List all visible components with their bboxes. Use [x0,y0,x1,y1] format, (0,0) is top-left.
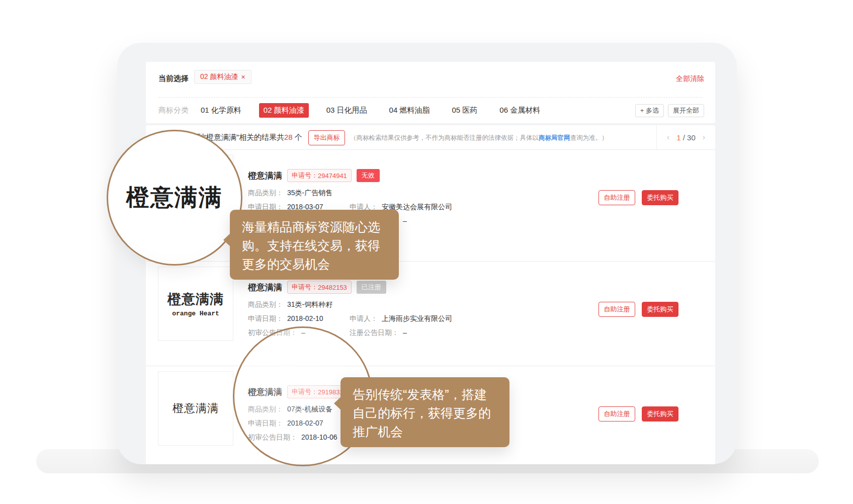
appno-label-2: 申请号： [292,283,318,292]
field-value: 2018-10-06 [301,433,337,441]
results-count: 28 [284,133,293,141]
result-title-3[interactable]: 橙意满满 [248,386,282,398]
tooltip-marketplace: 海量精品商标资源随心选 购。支持在线交易，获得 更多的交易机会 [230,210,399,280]
field-label: 初审公告日期： [248,433,297,441]
self-register-button-1[interactable]: 自助注册 [599,190,635,205]
field-value: – [403,217,407,225]
field-label: 商品类别： [248,405,283,413]
clear-all-link[interactable]: 全部清除 [676,74,704,83]
row-actions-1: 自助注册 委托购买 [599,190,678,205]
field-label: 初审公告日期： [248,328,297,337]
pagination: ‹ 1 / 30 › [657,125,715,149]
tooltip-promotion: 告别传统“发表格”，搭建 自己的标行，获得更多的 推广机会 [340,377,509,447]
self-register-button-2[interactable]: 自助注册 [599,302,635,317]
self-register-button-3[interactable]: 自助注册 [599,406,635,422]
page-separator: / [683,133,685,142]
tooltip-line: 自己的标行，获得更多的 [353,404,497,423]
appno-value-2: 29482153 [318,284,347,291]
category-tab-02-active[interactable]: 02 颜料油漆 [259,103,309,118]
tooltip-arrow-icon [326,395,343,411]
tooltip-line: 海量精品商标资源随心选 [242,218,387,236]
tooltip-line: 告别传统“发表格”，搭建 [353,385,497,404]
category-tab-04[interactable]: 04 燃料油脂 [385,103,435,118]
row-actions-2: 自助注册 委托购买 [599,302,678,317]
field-label: 商品类别： [248,189,283,197]
results-summary: 为您检索到“橙意满满”相关的结果共28 个 [166,133,302,142]
current-selection-label: 当前选择 [158,74,189,83]
page: 当前选择 02 颜料油漆 × 全部清除 商标分类 01 化学原料 02 颜料油漆… [0,0,853,504]
results-summary-text: 为您检索到“橙意满满”相关的结果共 [166,133,284,141]
export-trademark-button[interactable]: 导出商标 [308,130,345,145]
entrust-buy-button-2[interactable]: 委托购买 [642,302,678,317]
field-label: 商品类别： [248,300,283,308]
result-title-2[interactable]: 橙意满满 [248,282,282,293]
category-tabs: 01 化学原料 02 颜料油漆 03 日化用品 04 燃料油脂 05 医药 06… [196,103,545,118]
category-tab-05[interactable]: 05 医药 [447,103,482,118]
status-badge-registered-2: 已注册 [357,281,386,294]
selected-filter-tag-text: 02 颜料油漆 [200,72,238,81]
application-number-tag-2: 申请号：29482153 [287,281,352,294]
selected-filter-tag[interactable]: 02 颜料油漆 × [194,70,251,84]
trademark-image-2: 橙意满满 orange Heart [158,267,233,341]
expand-all-button[interactable]: 展开全部 [668,104,704,117]
trademark-office-link[interactable]: 商标局官网 [539,134,570,141]
disclaimer-text: （商标检索结果仅供参考，不作为商标能否注册的法律依据；具体以商标局官网查询为准。… [350,134,608,142]
current-page: 1 [676,133,680,142]
category-actions: + 多选 展开全部 [635,104,704,117]
trademark-image-3: 橙意满满 [158,371,233,446]
next-page-icon[interactable]: › [703,133,705,142]
field-value: – [403,328,407,337]
application-number-tag-1: 申请号：29474941 [287,169,352,182]
field-label: 申请人： [350,314,378,322]
trademark-text-3: 橙意满满 [173,401,219,416]
field-value: 2018-02-10 [287,314,323,322]
appno-value-1: 29474941 [318,172,347,180]
field-value: 上海雨步实业有限公司 [382,314,452,322]
multi-select-button[interactable]: + 多选 [635,104,664,117]
field-label: 注册公告日期： [350,328,399,337]
category-label: 商标分类 [158,106,189,115]
field-value: 31类-饲料种籽 [287,300,332,308]
field-label: 申请日期： [248,419,283,427]
trademark-text-2: 橙意满满 [167,290,224,308]
result-title-1[interactable]: 橙意满满 [248,170,282,182]
result-content-2: 橙意满满 申请号：29482153 已注册 商品类别：31类-饲料种籽 申请日期… [248,281,560,343]
category-row: 商标分类 01 化学原料 02 颜料油漆 03 日化用品 04 燃料油脂 05 … [146,98,715,123]
total-pages: 30 [687,133,696,142]
tooltip-arrow-icon [215,232,232,248]
field-value: 35类-广告销售 [287,189,332,197]
page-indicator: 1 / 30 [676,133,696,142]
trademark-text-1: 橙意满满 [173,185,219,200]
field-value: – [301,328,305,337]
prev-page-icon[interactable]: ‹ [667,133,669,142]
appno-label-1: 申请号： [292,171,318,180]
filter-panel: 当前选择 02 颜料油漆 × 全部清除 商标分类 01 化学原料 02 颜料油漆… [146,62,715,123]
result-fields-2: 商品类别：31类-饲料种籽 申请日期：2018-02-10 申请人：上海雨步实业… [248,300,560,343]
tooltip-line: 更多的交易机会 [242,255,387,274]
field-value: 2018-02-07 [287,419,323,427]
results-count-unit: 个 [293,133,302,141]
category-tab-06[interactable]: 06 金属材料 [495,103,545,118]
category-tab-01[interactable]: 01 化学原料 [196,103,246,118]
disclaimer-suffix: 查询为准。） [570,134,608,141]
appno-label-3: 申请号： [292,387,318,396]
disclaimer-prefix: （商标检索结果仅供参考，不作为商标能否注册的法律依据；具体以 [350,134,539,141]
row-actions-3: 自助注册 委托购买 [599,406,678,422]
status-badge-invalid-1: 无效 [357,169,380,182]
entrust-buy-button-3[interactable]: 委托购买 [642,406,678,422]
tooltip-line: 购。支持在线交易，获得 [242,236,387,255]
remove-tag-icon[interactable]: × [241,73,245,81]
tooltip-line: 推广机会 [353,423,497,441]
trademark-image-1: 橙意满满 [158,155,233,229]
entrust-buy-button-1[interactable]: 委托购买 [642,190,678,205]
results-header: 为您检索到“橙意满满”相关的结果共28 个 导出商标 （商标检索结果仅供参考，不… [146,125,715,150]
category-tab-03[interactable]: 03 日化用品 [322,103,372,118]
current-selection-row: 当前选择 02 颜料油漆 × 全部清除 [146,62,715,97]
trademark-subtext-2: orange Heart [172,310,219,317]
field-label: 申请日期： [248,314,283,322]
